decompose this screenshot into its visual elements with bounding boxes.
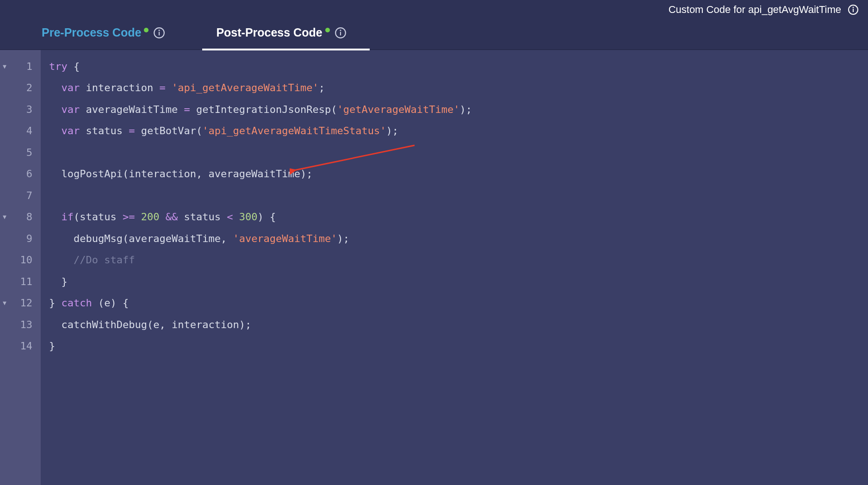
token-id: e: [104, 297, 110, 309]
gutter-line: 5: [0, 142, 41, 163]
token-op: >=: [123, 211, 135, 223]
code-line[interactable]: } catch (e) {: [49, 292, 860, 314]
token-id: debugMsg: [74, 233, 123, 244]
code-line[interactable]: var averageWaitTime = getIntegrationJson…: [49, 99, 860, 120]
gutter-line: ▼8: [0, 206, 41, 228]
line-number: 11: [20, 276, 33, 287]
gutter-line: 14: [0, 336, 41, 357]
token-punc: }: [49, 340, 55, 352]
gutter-line: ▼1: [0, 56, 41, 77]
code-line[interactable]: }: [49, 336, 860, 357]
gutter-line: 13: [0, 314, 41, 336]
code-line[interactable]: var interaction = 'api_getAverageWaitTim…: [49, 77, 860, 99]
token-str: 'averageWaitTime': [233, 233, 337, 244]
token-cmt: //Do staff: [74, 254, 135, 266]
token-punc: [49, 168, 62, 180]
token-op: =: [159, 82, 165, 93]
token-punc: [135, 211, 141, 223]
code-line[interactable]: debugMsg(averageWaitTime, 'averageWaitTi…: [49, 228, 860, 249]
code-line[interactable]: logPostApi(interaction, averageWaitTime)…: [49, 163, 860, 185]
token-id: status: [80, 211, 123, 223]
line-number: 5: [26, 147, 32, 158]
token-punc: );: [386, 125, 399, 137]
token-id: getIntegrationJsonResp: [190, 104, 331, 115]
code-line[interactable]: if(status >= 200 && status < 300) {: [49, 206, 860, 228]
tab-label: Pre-Process Code: [42, 26, 141, 39]
token-id: status: [178, 211, 227, 223]
token-op: =: [129, 125, 135, 137]
token-punc: [49, 319, 62, 330]
code-area[interactable]: try { var interaction = 'api_getAverageW…: [41, 50, 868, 485]
line-number: 13: [20, 319, 33, 330]
token-punc: (: [92, 297, 105, 309]
code-line[interactable]: catchWithDebug(e, interaction);: [49, 314, 860, 336]
token-punc: ) {: [110, 297, 129, 309]
token-id: interaction: [129, 168, 196, 180]
token-punc: [49, 211, 62, 223]
line-number: 8: [26, 211, 32, 223]
token-punc: (: [196, 125, 202, 137]
token-punc: }: [49, 276, 68, 287]
code-editor[interactable]: ▼1234567▼891011▼121314 try { var interac…: [0, 50, 868, 485]
token-id: e: [153, 319, 159, 330]
line-number: 2: [26, 82, 32, 93]
fold-chevron-icon[interactable]: ▼: [3, 299, 6, 306]
token-str: 'getAverageWaitTime': [337, 104, 460, 115]
svg-point-2: [853, 7, 854, 8]
code-line[interactable]: [49, 185, 860, 206]
gutter-line: 3: [0, 99, 41, 120]
token-op: &&: [166, 211, 178, 223]
token-punc: (: [123, 233, 129, 244]
token-punc: [49, 125, 62, 137]
code-line[interactable]: try {: [49, 56, 860, 77]
token-id: getBotVar: [135, 125, 196, 137]
line-number: 1: [26, 61, 32, 72]
info-icon[interactable]: [848, 4, 859, 15]
tab-pre-process[interactable]: Pre-Process Code: [42, 26, 165, 41]
token-punc: [49, 82, 62, 93]
code-line[interactable]: //Do staff: [49, 249, 860, 271]
token-punc: );: [239, 319, 252, 330]
info-icon[interactable]: [335, 27, 347, 39]
info-icon[interactable]: [153, 27, 165, 39]
token-punc: ) {: [257, 211, 276, 223]
tabs-row: Pre-Process Code Post-Process Code: [0, 19, 868, 50]
token-id: interaction: [172, 319, 239, 330]
svg-point-8: [340, 30, 341, 31]
token-str: 'api_getAverageWaitTimeStatus': [202, 125, 386, 137]
token-punc: );: [459, 104, 472, 115]
line-number: 10: [20, 254, 33, 266]
token-punc: ;: [319, 82, 325, 93]
token-id: status: [80, 125, 129, 137]
tab-post-process[interactable]: Post-Process Code: [216, 26, 346, 41]
svg-point-5: [159, 30, 160, 31]
tab-label: Post-Process Code: [216, 26, 322, 39]
token-punc: [233, 211, 239, 223]
code-line[interactable]: var status = getBotVar('api_getAverageWa…: [49, 120, 860, 142]
token-punc: (: [147, 319, 153, 330]
token-id: catchWithDebug: [62, 319, 147, 330]
fold-chevron-icon[interactable]: ▼: [3, 63, 6, 70]
token-str: 'api_getAverageWaitTime': [172, 82, 319, 93]
line-number: 3: [26, 104, 32, 115]
gutter-line: 4: [0, 120, 41, 142]
token-punc: ,: [159, 319, 172, 330]
token-punc: [49, 104, 62, 115]
token-punc: [49, 254, 74, 266]
token-num: 200: [141, 211, 160, 223]
token-punc: );: [300, 168, 313, 180]
token-id: interaction: [80, 82, 159, 93]
token-var: var: [62, 104, 80, 115]
code-line[interactable]: }: [49, 271, 860, 292]
code-line[interactable]: [49, 142, 860, 163]
line-number: 9: [26, 233, 32, 244]
gutter-line: 10: [0, 249, 41, 271]
gutter-line: ▼12: [0, 292, 41, 314]
token-var: var: [62, 125, 80, 137]
token-punc: (: [331, 104, 337, 115]
token-punc: );: [337, 233, 350, 244]
app-root: Custom Code for api_getAvgWaitTime Pre-P…: [0, 0, 868, 485]
gutter-line: 6: [0, 163, 41, 185]
token-op: <: [227, 211, 233, 223]
fold-chevron-icon[interactable]: ▼: [3, 213, 6, 220]
